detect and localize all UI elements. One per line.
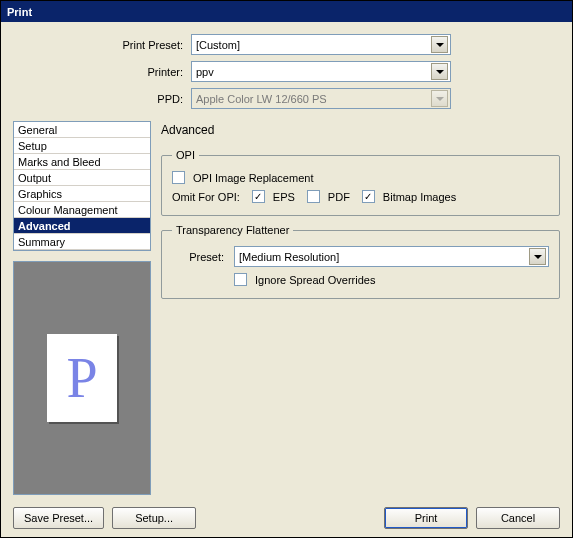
sidebar: General Setup Marks and Bleed Output Gra…	[13, 121, 151, 495]
nav-item-marks-and-bleed[interactable]: Marks and Bleed	[14, 154, 150, 170]
checkbox-box: ✓	[252, 190, 265, 203]
chevron-down-icon	[436, 43, 444, 47]
ppd-value: Apple Color LW 12/660 PS	[196, 93, 431, 105]
save-preset-button[interactable]: Save Preset...	[13, 507, 104, 529]
transparency-flattener-group: Transparency Flattener Preset: [Medium R…	[161, 224, 560, 299]
middle-area: General Setup Marks and Bleed Output Gra…	[13, 121, 560, 495]
tf-legend: Transparency Flattener	[172, 224, 293, 236]
checkbox-box	[307, 190, 320, 203]
nav-item-setup[interactable]: Setup	[14, 138, 150, 154]
checkbox-box	[234, 273, 247, 286]
omit-eps-label: EPS	[273, 191, 295, 203]
print-preset-dropdown-button[interactable]	[431, 36, 448, 53]
window-title: Print	[7, 6, 32, 18]
chevron-down-icon	[436, 97, 444, 101]
button-row: Save Preset... Setup... Print Cancel	[13, 501, 560, 529]
nav-item-summary[interactable]: Summary	[14, 234, 150, 250]
ignore-overrides-label: Ignore Spread Overrides	[255, 274, 375, 286]
opi-legend: OPI	[172, 149, 199, 161]
omit-bitmap-label: Bitmap Images	[383, 191, 456, 203]
tf-preset-value: [Medium Resolution]	[239, 251, 529, 263]
nav-item-advanced[interactable]: Advanced	[14, 218, 150, 234]
page-preview: P	[13, 261, 151, 495]
print-preset-combo[interactable]: [Custom]	[191, 34, 451, 55]
section-heading: Advanced	[161, 121, 560, 141]
omit-for-opi-label: Omit For OPI:	[172, 191, 240, 203]
nav-item-general[interactable]: General	[14, 122, 150, 138]
nav-item-output[interactable]: Output	[14, 170, 150, 186]
print-preset-value: [Custom]	[196, 39, 431, 51]
print-button[interactable]: Print	[384, 507, 468, 529]
preview-glyph: P	[66, 346, 97, 410]
omit-pdf-label: PDF	[328, 191, 350, 203]
chevron-down-icon	[534, 255, 542, 259]
spacer	[204, 507, 376, 529]
opi-replacement-checkbox[interactable]: OPI Image Replacement	[172, 171, 313, 184]
omit-bitmap-checkbox[interactable]: ✓ Bitmap Images	[362, 190, 456, 203]
titlebar: Print	[1, 1, 572, 22]
top-form: Print Preset: [Custom] Printer: ppv PPD:…	[33, 34, 560, 109]
ppd-dropdown-button	[431, 90, 448, 107]
printer-combo[interactable]: ppv	[191, 61, 451, 82]
tf-preset-dropdown-button[interactable]	[529, 248, 546, 265]
printer-value: ppv	[196, 66, 431, 78]
print-preset-label: Print Preset:	[33, 39, 183, 51]
dialog-content: Print Preset: [Custom] Printer: ppv PPD:…	[1, 22, 572, 537]
checkbox-box	[172, 171, 185, 184]
ppd-combo: Apple Color LW 12/660 PS	[191, 88, 451, 109]
setup-button[interactable]: Setup...	[112, 507, 196, 529]
preview-page: P	[47, 334, 117, 422]
nav-item-colour-management[interactable]: Colour Management	[14, 202, 150, 218]
checkbox-box: ✓	[362, 190, 375, 203]
omit-pdf-checkbox[interactable]: PDF	[307, 190, 350, 203]
main-panel: Advanced OPI OPI Image Replacement Omit …	[161, 121, 560, 495]
opi-group: OPI OPI Image Replacement Omit For OPI: …	[161, 149, 560, 216]
nav-item-graphics[interactable]: Graphics	[14, 186, 150, 202]
print-dialog: Print Print Preset: [Custom] Printer: pp…	[0, 0, 573, 538]
nav-list[interactable]: General Setup Marks and Bleed Output Gra…	[13, 121, 151, 251]
cancel-button[interactable]: Cancel	[476, 507, 560, 529]
ppd-label: PPD:	[33, 93, 183, 105]
tf-preset-label: Preset:	[172, 251, 224, 263]
opi-replacement-label: OPI Image Replacement	[193, 172, 313, 184]
tf-preset-combo[interactable]: [Medium Resolution]	[234, 246, 549, 267]
printer-dropdown-button[interactable]	[431, 63, 448, 80]
printer-label: Printer:	[33, 66, 183, 78]
chevron-down-icon	[436, 70, 444, 74]
ignore-overrides-checkbox[interactable]: Ignore Spread Overrides	[234, 273, 375, 286]
omit-eps-checkbox[interactable]: ✓ EPS	[252, 190, 295, 203]
